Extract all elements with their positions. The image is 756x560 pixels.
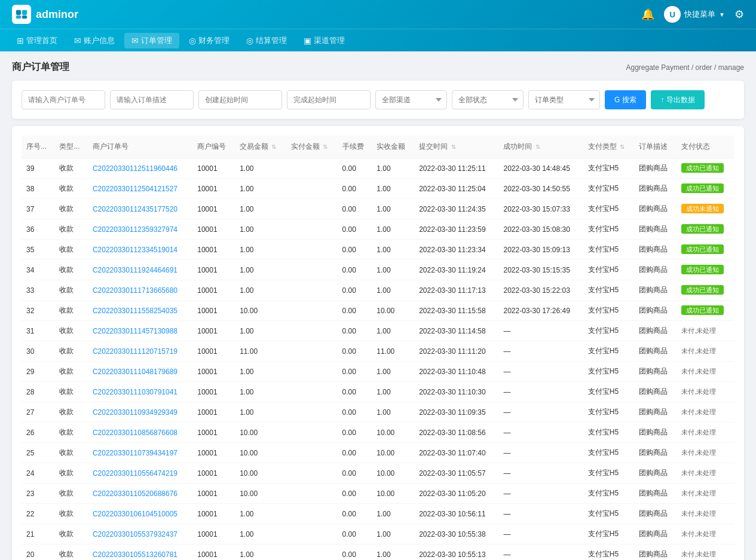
order-no-link[interactable]: C20220330106104510005 xyxy=(93,510,177,518)
breadcrumb-root: Aggregate Payment xyxy=(626,63,690,72)
order-no-link[interactable]: C20220330111030791041 xyxy=(93,388,177,396)
logo: adminor xyxy=(12,5,78,24)
cell-paid-amount xyxy=(286,321,338,341)
nav-item-channel[interactable]: ▣ 渠道管理 xyxy=(296,33,352,48)
cell-fee: 0.00 xyxy=(338,463,372,484)
cell-trade-amount: 11.00 xyxy=(235,341,286,362)
cell-seq: 36 xyxy=(22,219,54,240)
merchant-order-input[interactable] xyxy=(22,90,105,109)
cell-actual-amount: 10.00 xyxy=(372,301,414,321)
cell-success-time: 2022-03-30 15:15:35 xyxy=(498,260,583,280)
order-no-link[interactable]: C20220330110520688676 xyxy=(93,489,177,498)
nav-item-home[interactable]: ⊞ 管理首页 xyxy=(10,33,65,48)
cell-pay-status: 成功已通知 xyxy=(677,260,734,280)
cell-type: 收款 xyxy=(54,240,87,260)
cell-pay-status: 成功未通知 xyxy=(677,199,734,219)
order-no-link[interactable]: C20220330105513260781 xyxy=(93,550,177,559)
order-no-link[interactable]: C20220330111048179689 xyxy=(93,368,177,376)
cell-actual-amount: 1.00 xyxy=(372,504,414,524)
order-no-link[interactable]: C20220330112334519014 xyxy=(93,246,177,254)
order-no-link[interactable]: C20220330111924464691 xyxy=(93,266,177,274)
cell-pay-type: 支付宝H5 xyxy=(583,321,635,341)
cell-pay-status: 未付,未处理 xyxy=(677,362,734,382)
export-button[interactable]: ↑ 导出数据 xyxy=(651,90,705,109)
svg-rect-0 xyxy=(16,10,21,15)
cell-pay-status: 成功已通知 xyxy=(677,219,734,240)
user-area[interactable]: U 快捷菜单 ▼ xyxy=(664,6,725,23)
nav-item-settlement[interactable]: ◎ 结算管理 xyxy=(239,33,294,48)
order-desc-input[interactable] xyxy=(110,90,194,109)
cell-trade-amount: 1.00 xyxy=(235,240,286,260)
cell-fee: 0.00 xyxy=(338,504,372,524)
cell-merchant-id: 10001 xyxy=(192,240,235,260)
col-order-desc: 订单描述 xyxy=(634,136,677,158)
order-no-link[interactable]: C20220330111457130988 xyxy=(93,327,177,335)
cell-trade-amount: 10.00 xyxy=(235,443,286,463)
cell-order-no: C20220330112511960446 xyxy=(88,158,192,179)
order-no-link[interactable]: C20220330111120715719 xyxy=(93,347,177,356)
cell-order-desc: 团购商品 xyxy=(634,463,677,484)
cell-trade-amount: 10.00 xyxy=(235,301,286,321)
order-no-link[interactable]: C20220330111558254035 xyxy=(93,307,177,315)
cell-type: 收款 xyxy=(54,362,87,382)
cell-order-desc: 团购商品 xyxy=(634,240,677,260)
cell-fee: 0.00 xyxy=(338,240,372,260)
order-no-link[interactable]: C20220330111713665680 xyxy=(93,286,177,295)
cell-actual-amount: 11.00 xyxy=(372,341,414,362)
breadcrumb-sep1: / xyxy=(691,63,696,72)
cell-order-no: C20220330111048179689 xyxy=(88,362,192,382)
cell-paid-amount xyxy=(286,463,338,484)
cell-success-time: 2022-03-30 15:08:30 xyxy=(498,219,583,240)
order-no-link[interactable]: C20220330112359327974 xyxy=(93,225,177,234)
order-no-link[interactable]: C20220330112511960446 xyxy=(93,164,177,173)
nav-item-account[interactable]: ✉ 账户信息 xyxy=(67,33,122,48)
cell-order-desc: 团购商品 xyxy=(634,443,677,463)
cell-actual-amount: 1.00 xyxy=(372,240,414,260)
cell-trade-amount: 1.00 xyxy=(235,524,286,544)
status-select[interactable]: 全部状态 xyxy=(452,90,524,109)
nav-item-order[interactable]: ✉ 订单管理 xyxy=(124,33,179,48)
cell-order-no: C20220330110856876608 xyxy=(88,423,192,443)
bell-icon[interactable]: 🔔 xyxy=(641,8,654,21)
order-no-link[interactable]: C20220330110856876608 xyxy=(93,429,177,437)
order-no-link[interactable]: C20220330110934929349 xyxy=(93,408,177,417)
create-time-input[interactable] xyxy=(198,90,282,109)
cell-trade-amount: 1.00 xyxy=(235,179,286,199)
order-no-link[interactable]: C20220330110739434197 xyxy=(93,449,177,457)
page-title: 商户订单管理 xyxy=(12,61,69,74)
order-no-link[interactable]: C20220330112504121527 xyxy=(93,185,177,193)
cell-seq: 21 xyxy=(22,524,54,544)
cell-actual-amount: 1.00 xyxy=(372,179,414,199)
cell-paid-amount xyxy=(286,504,338,524)
order-type-select[interactable]: 订单类型 xyxy=(528,90,600,109)
cell-actual-amount: 10.00 xyxy=(372,463,414,484)
settings-icon[interactable]: ⚙ xyxy=(734,8,744,21)
cell-paid-amount xyxy=(286,158,338,179)
status-badge: 成功未通知 xyxy=(681,204,724,213)
col-submit-time[interactable]: 提交时间 ⇅ xyxy=(414,136,498,158)
cell-merchant-id: 10001 xyxy=(192,402,235,423)
col-pay-type[interactable]: 支付类型 ⇅ xyxy=(583,136,635,158)
cell-merchant-id: 10001 xyxy=(192,443,235,463)
col-paid-amount[interactable]: 实付金额 ⇅ xyxy=(286,136,338,158)
status-badge: 未付,未处理 xyxy=(681,530,716,537)
cell-order-no: C20220330112504121527 xyxy=(88,179,192,199)
cell-order-no: C20220330111558254035 xyxy=(88,301,192,321)
col-trade-amount[interactable]: 交易金额 ⇅ xyxy=(235,136,286,158)
cell-success-time: — xyxy=(498,524,583,544)
col-success-time[interactable]: 成功时间 ⇅ xyxy=(498,136,583,158)
col-actual-amount: 实收金额 xyxy=(372,136,414,158)
status-badge: 未付,未处理 xyxy=(681,489,716,497)
cell-type: 收款 xyxy=(54,524,87,544)
filter-card: 全部渠道 全部状态 订单类型 G 搜索 ↑ 导出数据 xyxy=(12,81,744,119)
nav-item-finance[interactable]: ◎ 财务管理 xyxy=(182,33,237,48)
complete-time-input[interactable] xyxy=(287,90,371,109)
channel-select[interactable]: 全部渠道 xyxy=(375,90,447,109)
cell-merchant-id: 10001 xyxy=(192,280,235,301)
search-button[interactable]: G 搜索 xyxy=(605,90,646,109)
order-no-link[interactable]: C20220330110556474219 xyxy=(93,469,177,478)
order-no-link[interactable]: C20220330112435177520 xyxy=(93,205,177,213)
order-no-link[interactable]: C20220330105537932437 xyxy=(93,530,177,538)
cell-pay-type: 支付宝H5 xyxy=(583,524,635,544)
cell-actual-amount: 1.00 xyxy=(372,382,414,402)
